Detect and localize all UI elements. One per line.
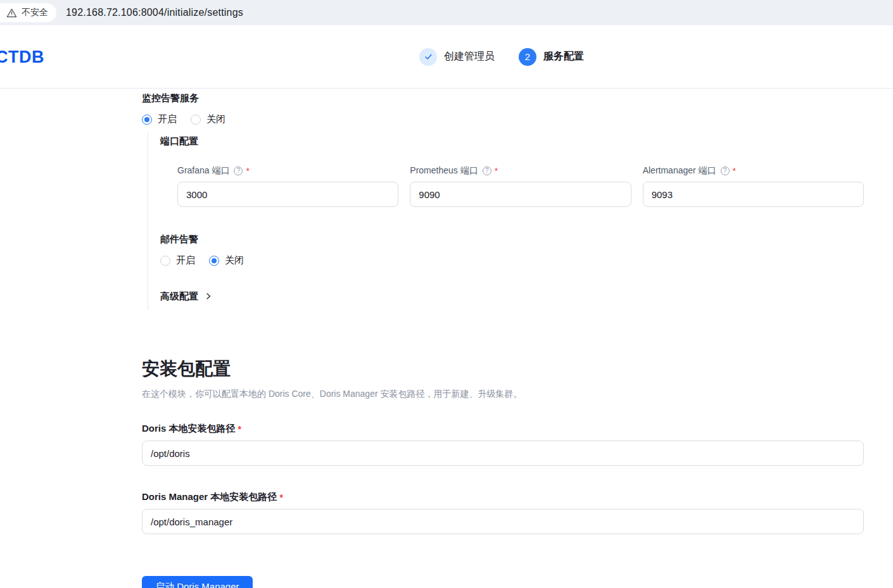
settings-form: 监控告警服务 开启 关闭 端口配置 Grafana 端口 ? * — [142, 89, 864, 588]
step-service-config: 2 服务配置 — [519, 48, 584, 66]
advanced-config-label: 高级配置 — [160, 289, 198, 303]
step-create-admin: 创建管理员 — [419, 48, 495, 66]
step-label: 服务配置 — [543, 50, 584, 63]
package-section-title: 安装包配置 — [142, 357, 864, 381]
required-asterisk: * — [246, 166, 249, 176]
alertmanager-port-label: Alertmanager 端口 — [643, 165, 716, 177]
alertmanager-port-input[interactable] — [643, 182, 864, 207]
email-on-radio[interactable]: 开启 — [160, 254, 195, 266]
start-doris-manager-button[interactable]: 启动 Doris Manager — [142, 576, 253, 588]
radio-label: 关闭 — [225, 254, 244, 266]
url-text[interactable]: 192.168.72.106:8004/initialize/settings — [66, 7, 243, 18]
advanced-config-toggle[interactable]: 高级配置 — [160, 289, 864, 303]
monitor-sub-panel: 端口配置 Grafana 端口 ? * Prometheus 端口 ? * — [148, 132, 864, 310]
check-icon — [424, 52, 433, 61]
doris-manager-path-label: Doris Manager 本地安装包路径 — [142, 491, 277, 503]
app-logo: CTDB — [0, 47, 44, 66]
help-icon[interactable]: ? — [483, 166, 491, 175]
radio-label: 开启 — [158, 113, 177, 125]
email-alert-title: 邮件告警 — [160, 232, 864, 246]
prometheus-port-field: Prometheus 端口 ? * — [410, 165, 631, 207]
doris-path-label-row: Doris 本地安装包路径 * — [142, 423, 864, 435]
browser-address-bar: 不安全 192.168.72.106:8004/initialize/setti… — [0, 0, 893, 25]
security-chip[interactable]: 不安全 — [0, 3, 56, 22]
step-number-circle: 2 — [519, 48, 536, 66]
package-section-description: 在这个模块，你可以配置本地的 Doris Core、Doris Manager … — [142, 387, 864, 400]
app-header: CTDB 创建管理员 2 服务配置 — [0, 25, 893, 89]
grafana-port-label: Grafana 端口 — [177, 165, 229, 177]
prometheus-port-label: Prometheus 端口 — [410, 165, 478, 177]
help-icon[interactable]: ? — [721, 166, 730, 175]
port-fields-row: Grafana 端口 ? * Prometheus 端口 ? * Alertma… — [177, 165, 864, 207]
chevron-right-icon — [205, 292, 212, 300]
required-asterisk: * — [279, 492, 282, 503]
doris-path-label: Doris 本地安装包路径 — [142, 423, 236, 435]
radio-checked-icon[interactable] — [142, 115, 152, 125]
radio-unchecked-icon[interactable] — [191, 115, 201, 125]
grafana-port-input[interactable] — [177, 182, 398, 207]
radio-checked-icon[interactable] — [209, 256, 219, 266]
security-chip-label: 不安全 — [22, 7, 48, 18]
radio-label: 关闭 — [206, 113, 225, 125]
alertmanager-port-field: Alertmanager 端口 ? * — [643, 165, 864, 207]
setup-steps: 创建管理员 2 服务配置 — [419, 48, 584, 66]
doris-manager-path-input[interactable] — [142, 509, 864, 534]
monitor-service-radio-group: 开启 关闭 — [142, 113, 864, 125]
port-config-title: 端口配置 — [160, 134, 864, 147]
email-alert-radio-group: 开启 关闭 — [160, 254, 864, 266]
help-icon[interactable]: ? — [234, 166, 243, 175]
required-asterisk: * — [238, 424, 241, 434]
required-asterisk: * — [733, 166, 736, 176]
doris-manager-path-label-row: Doris Manager 本地安装包路径 * — [142, 491, 864, 503]
prometheus-port-input[interactable] — [410, 182, 631, 207]
step-label: 创建管理员 — [444, 50, 495, 63]
radio-label: 开启 — [176, 254, 195, 266]
radio-unchecked-icon[interactable] — [160, 256, 170, 266]
monitor-service-title: 监控告警服务 — [142, 91, 864, 104]
warning-triangle-icon — [6, 8, 17, 18]
doris-path-input[interactable] — [142, 441, 864, 466]
monitor-off-radio[interactable]: 关闭 — [191, 113, 225, 125]
email-off-radio[interactable]: 关闭 — [209, 254, 244, 266]
required-asterisk: * — [495, 166, 498, 176]
monitor-on-radio[interactable]: 开启 — [142, 113, 177, 125]
step-done-circle — [419, 48, 437, 66]
package-config-section: 安装包配置 在这个模块，你可以配置本地的 Doris Core、Doris Ma… — [142, 357, 864, 588]
grafana-port-field: Grafana 端口 ? * — [177, 165, 398, 207]
